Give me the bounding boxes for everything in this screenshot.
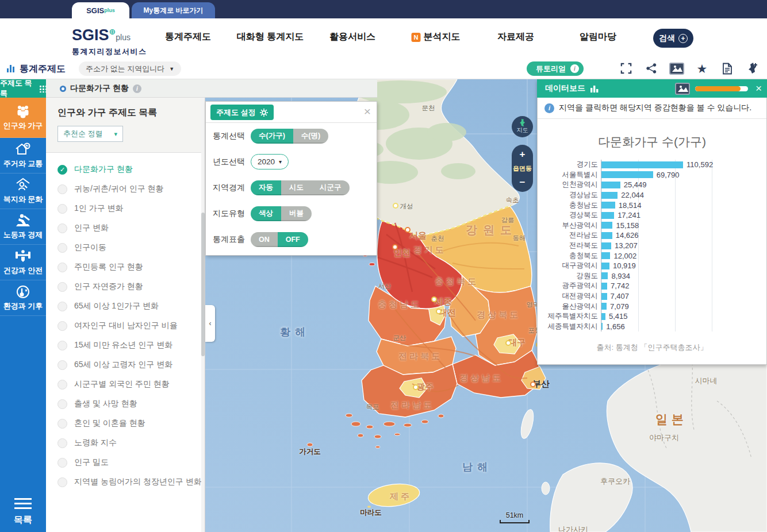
browser-tab-sgis[interactable]: SGISplus <box>72 2 129 18</box>
nav-item[interactable]: 활용서비스 <box>329 31 375 43</box>
share-icon[interactable] <box>644 61 659 76</box>
sidebar-category-1[interactable]: 인구와 가구 <box>0 98 46 138</box>
chart-bar[interactable] <box>601 242 611 249</box>
scrollbar-thumb[interactable] <box>201 213 205 356</box>
region-dropdown[interactable]: 주소가 없는 지역입니다 ▼ <box>79 61 181 76</box>
city-marker-icon[interactable] <box>393 245 397 249</box>
toggle-option[interactable]: ON <box>251 232 278 247</box>
nav-item[interactable]: 자료제공 <box>497 31 534 43</box>
radio-icon[interactable] <box>57 360 67 370</box>
chart-bar[interactable] <box>601 182 620 188</box>
radio-icon[interactable] <box>57 282 67 292</box>
topic-list-item[interactable]: 65세 이상 고령자 인구 변화 <box>46 355 205 375</box>
nav-item[interactable]: 통계주제도 <box>165 31 211 43</box>
topic-list-header-button[interactable]: 주제도 목록 <box>0 79 46 98</box>
basemap-button[interactable]: 지도 <box>512 116 533 137</box>
toggle-option[interactable]: 시군구 <box>312 180 350 195</box>
topic-list-item[interactable]: 1인 가구 변화 <box>46 199 205 218</box>
year-select[interactable]: 2020▾ <box>251 154 289 169</box>
toggle-option[interactable]: 색상 <box>251 206 281 221</box>
radio-icon[interactable] <box>57 438 67 448</box>
chart-bar[interactable] <box>601 202 615 209</box>
chart-bar[interactable] <box>601 263 609 269</box>
sgis-logo[interactable]: SGIS⊕plus 통계지리정보서비스 <box>72 24 147 57</box>
city-marker-icon[interactable] <box>414 385 417 389</box>
check-icon[interactable]: ✓ <box>57 165 67 175</box>
settings-title-button[interactable]: 주제도 설정 <box>210 105 274 120</box>
topic-list-item[interactable]: 노령화 지수 <box>46 433 205 453</box>
topic-list-item[interactable]: 인구 밀도 <box>46 453 205 472</box>
radio-icon[interactable] <box>57 419 67 429</box>
radio-icon[interactable] <box>57 263 67 272</box>
zoom-out-button[interactable]: − <box>520 178 526 187</box>
toggle-option[interactable]: 자동 <box>251 180 281 195</box>
nav-item[interactable]: N분석지도 <box>412 31 461 43</box>
nav-item[interactable]: 알림마당 <box>580 31 616 43</box>
topic-info-icon[interactable]: i <box>133 84 141 93</box>
radio-icon[interactable] <box>57 399 67 409</box>
chart-bar[interactable] <box>601 161 683 168</box>
toggle-option[interactable]: 수(명) <box>293 129 328 144</box>
topic-list-scrollbar[interactable] <box>201 98 205 532</box>
sidebar-category-3[interactable]: 복지와 문화 <box>0 174 46 209</box>
topic-list-item[interactable]: 시군구별 외국인 주민 현황 <box>46 375 205 394</box>
radio-icon[interactable] <box>57 184 67 194</box>
topic-list-item[interactable]: 인구이동 <box>46 238 205 257</box>
topic-list-item[interactable]: 주민등록 인구 현황 <box>46 257 205 277</box>
sidebar-category-6[interactable]: 환경과 기후 <box>0 280 46 316</box>
radio-icon[interactable] <box>57 302 67 311</box>
radio-icon[interactable] <box>57 341 67 350</box>
sidebar-category-5[interactable]: 건강과 안전 <box>0 245 46 280</box>
chart-bar[interactable] <box>601 293 607 300</box>
nav-item[interactable]: 대화형 통계지도 <box>237 31 304 43</box>
city-marker-icon[interactable] <box>394 204 397 207</box>
city-marker-icon[interactable] <box>437 310 440 313</box>
topic-tab[interactable]: 다문화가구 현황 i <box>60 79 141 98</box>
chart-bar[interactable] <box>601 222 612 229</box>
topic-list-item[interactable]: ✓다문화가구 현황 <box>46 160 205 179</box>
chart-bar[interactable] <box>601 323 603 330</box>
panel-collapse-button[interactable]: ‹ <box>205 305 215 342</box>
bookmark-star-icon[interactable]: ★ <box>695 61 710 76</box>
toggle-option[interactable]: 시도 <box>281 180 312 195</box>
opacity-slider[interactable] <box>695 86 748 91</box>
zoom-in-button[interactable]: + <box>520 149 526 159</box>
chart-bar[interactable] <box>601 212 614 219</box>
chart-bar[interactable] <box>601 303 607 310</box>
city-marker-icon[interactable] <box>531 383 535 386</box>
sidebar-category-2[interactable]: 주거와 교통 <box>0 138 46 174</box>
radio-icon[interactable] <box>57 204 67 214</box>
toggle-option[interactable]: 수(가구) <box>251 129 293 144</box>
topic-list-item[interactable]: 인구 변화 <box>46 218 205 238</box>
browser-tab-mystats[interactable]: My통계로 바로가기 <box>132 2 215 18</box>
chart-bar[interactable] <box>601 272 608 279</box>
chart-bar[interactable] <box>601 192 618 199</box>
capture-image-icon[interactable] <box>675 81 690 96</box>
radio-icon[interactable] <box>57 477 67 487</box>
topic-list-item[interactable]: 여자인구 대비 남자인구 비율 <box>46 316 205 336</box>
region-jeju[interactable] <box>367 481 421 510</box>
fullscreen-icon[interactable] <box>619 61 634 76</box>
chart-bar[interactable] <box>601 232 612 239</box>
image-icon[interactable] <box>669 61 684 76</box>
sidebar-category-4[interactable]: 노동과 경제 <box>0 209 46 245</box>
toggle-option[interactable]: OFF <box>278 232 308 247</box>
list-toggle-button[interactable]: 목록 <box>0 498 46 526</box>
chart-bar[interactable] <box>601 313 605 320</box>
topic-list-item[interactable]: 출생 및 사망 현황 <box>46 394 205 414</box>
sort-dropdown[interactable]: 추천순 정렬 ▾ <box>57 126 123 142</box>
topic-list-item[interactable]: 15세 미만 유소년 인구 변화 <box>46 336 205 355</box>
chart-bar[interactable] <box>601 283 607 290</box>
radio-icon[interactable] <box>57 243 67 253</box>
city-marker-icon[interactable] <box>406 228 409 232</box>
databoard-close-icon[interactable]: × <box>756 82 762 95</box>
topic-list-item[interactable]: 귀농/귀촌/귀어 인구 현황 <box>46 179 205 199</box>
city-marker-icon[interactable] <box>507 341 510 345</box>
korea-plus-icon[interactable] <box>745 61 760 76</box>
toggle-option[interactable]: 버블 <box>281 206 312 221</box>
radio-icon[interactable] <box>57 380 67 390</box>
tutorial-button[interactable]: 튜토리얼 i <box>527 61 584 76</box>
search-button[interactable]: 검색 + <box>653 29 693 48</box>
radio-icon[interactable] <box>57 223 67 233</box>
chart-bar[interactable] <box>601 252 610 259</box>
